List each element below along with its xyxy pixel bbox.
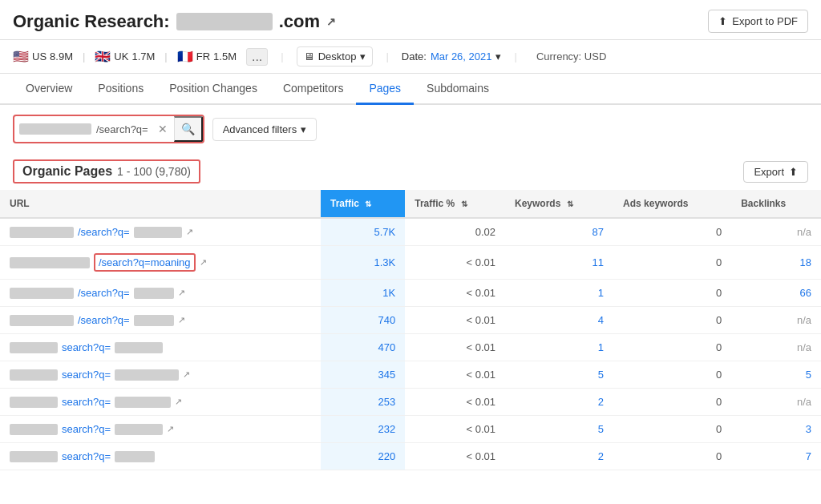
url-text[interactable]: /search?q= [78,226,130,238]
tab-position-changes[interactable]: Position Changes [156,74,270,105]
date-selector[interactable]: Date: Mar 26, 2021 ▾ [402,50,502,62]
external-link-icon[interactable]: ↗ [186,227,193,237]
keywords-value: 2 [505,389,613,416]
traffic-pct-value: < 0.01 [405,246,505,280]
url-blur-suffix [115,451,155,462]
col-url[interactable]: URL [0,190,321,218]
search-path-text: /search?q= [96,119,152,140]
search-box: /search?q= ✕ 🔍 [13,115,204,143]
url-text[interactable]: search?q= [62,423,111,435]
col-traffic-pct[interactable]: Traffic % ⇅ [405,190,505,218]
external-link-icon[interactable]: ↗ [167,424,174,434]
table-row: search?q=↗232< 0.01503 [0,416,821,443]
traffic-value: 470 [321,334,405,361]
external-link-icon[interactable]: ↗ [178,288,185,298]
url-text[interactable]: /search?q=moaning [94,253,196,272]
table-row: search?q=↗345< 0.01505 [0,361,821,389]
ads-keywords-value: 0 [613,334,731,361]
flag-us: 🇺🇸 [13,49,29,64]
keywords-value: 5 [505,361,613,389]
url-blur-suffix [134,315,174,326]
table-row: search?q=220< 0.01207 [0,443,821,470]
url-text[interactable]: /search?q= [78,314,130,326]
table-row: /search?q=↗740< 0.0140n/a [0,307,821,334]
ads-keywords-value: 0 [613,280,731,307]
flag-uk: 🇬🇧 [95,49,111,64]
tab-subdomains[interactable]: Subdomains [414,74,502,105]
table-export-button[interactable]: Export ⬆ [743,161,808,183]
search-clear-button[interactable]: ✕ [152,118,174,140]
col-keywords[interactable]: Keywords ⇅ [505,190,613,218]
url-text[interactable]: search?q= [62,396,111,408]
domain-tld: .com [279,11,320,32]
sort-icon-kw: ⇅ [567,200,573,208]
col-traffic-label: Traffic [330,198,359,209]
filter-bar: /search?q= ✕ 🔍 Advanced filters ▾ [0,105,821,153]
keywords-value: 4 [505,307,613,334]
search-domain-blur [19,123,91,135]
traffic-pct-value: < 0.01 [405,361,505,389]
tab-competitors[interactable]: Competitors [270,74,356,105]
url-blur-prefix [10,424,58,435]
url-text[interactable]: search?q= [62,450,111,462]
country-fr[interactable]: 🇫🇷 FR 1.5M [177,49,237,64]
traffic-value: 1.3K [321,246,405,280]
more-countries-button[interactable]: ... [246,48,268,66]
traffic-value: 253 [321,389,405,416]
url-blur-prefix [10,257,90,268]
url-blur-prefix [10,227,74,238]
traffic-pct-value: < 0.01 [405,307,505,334]
keywords-value: 5 [505,416,613,443]
advanced-filters-button[interactable]: Advanced filters ▾ [212,118,317,141]
backlinks-value: 7 [731,443,821,470]
backlinks-value: n/a [731,218,821,246]
url-text[interactable]: search?q= [62,369,111,381]
search-submit-button[interactable]: 🔍 [174,116,203,142]
traffic-value: 740 [321,307,405,334]
ads-keywords-value: 0 [613,218,731,246]
organic-pages-label: Organic Pages [22,164,112,179]
url-text[interactable]: search?q= [62,341,111,353]
top-bar: Organic Research: .com ↗ ⬆ Export to PDF [0,0,821,40]
col-ads-keywords[interactable]: Ads keywords [613,190,731,218]
country-bar: 🇺🇸 US 8.9M | 🇬🇧 UK 1.7M | 🇫🇷 FR 1.5M ...… [0,40,821,74]
traffic-value: 220 [321,443,405,470]
traffic-pct-value: < 0.01 [405,389,505,416]
traffic-value: 345 [321,361,405,389]
device-label: Desktop [318,50,357,62]
col-traffic[interactable]: Traffic ⇅ [321,190,405,218]
nav-tabs: Overview Positions Position Changes Comp… [0,74,821,105]
tab-positions[interactable]: Positions [85,74,156,105]
url-blur-suffix [134,227,182,238]
traffic-pct-value: < 0.01 [405,416,505,443]
col-backlinks[interactable]: Backlinks [731,190,821,218]
external-link-icon[interactable]: ↗ [183,369,190,380]
keywords-value: 87 [505,218,613,246]
external-link-icon[interactable]: ↗ [200,257,207,268]
table-row: /search?q=↗5.7K0.02870n/a [0,218,821,246]
keywords-value: 1 [505,280,613,307]
domain-blur [176,13,273,30]
date-label: Date: [402,50,427,62]
tab-pages[interactable]: Pages [356,74,414,105]
external-link-icon[interactable]: ↗ [326,15,336,28]
date-chevron-icon: ▾ [495,50,501,62]
external-link-icon[interactable]: ↗ [178,315,185,325]
country-us[interactable]: 🇺🇸 US 8.9M [13,49,73,64]
device-selector[interactable]: 🖥 Desktop ▾ [297,46,374,67]
tab-overview[interactable]: Overview [13,74,85,105]
organic-pages-title: Organic Pages 1 - 100 (9,780) [13,159,200,183]
title-text: Organic Research: [13,11,170,32]
col-traffic-pct-label: Traffic % [415,198,455,209]
export-pdf-button[interactable]: ⬆ Export to PDF [708,10,808,33]
count-fr: 1.5M [213,50,237,62]
url-text[interactable]: /search?q= [78,287,130,299]
url-blur-prefix [10,288,74,299]
keywords-value: 1 [505,334,613,361]
external-link-icon[interactable]: ↗ [175,397,182,407]
traffic-value: 232 [321,416,405,443]
export-icon: ⬆ [718,15,727,27]
url-blur-suffix [134,288,174,299]
backlinks-value: 18 [731,246,821,280]
country-uk[interactable]: 🇬🇧 UK 1.7M [95,49,155,64]
